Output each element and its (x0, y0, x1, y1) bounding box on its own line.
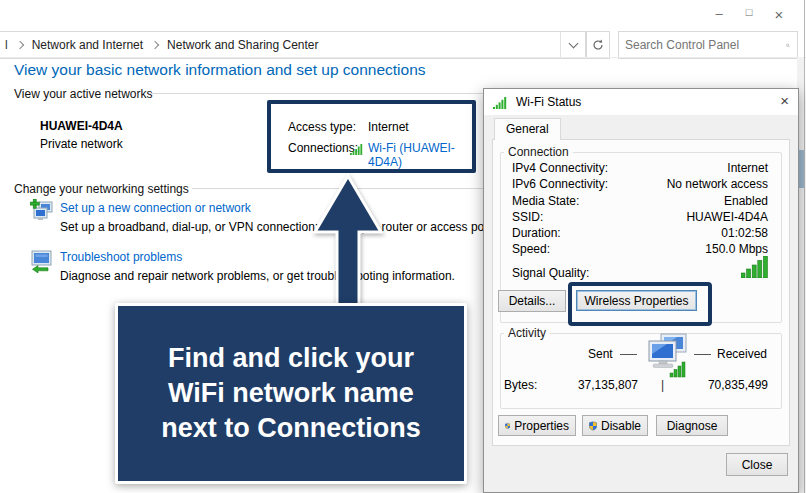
connection-row: SSID: HUAWEI-4D4A (512, 209, 768, 225)
dialog-close-icon[interactable]: × (780, 92, 789, 109)
minimize-icon[interactable]: – (704, 6, 734, 23)
troubleshoot-description: Diagnose and repair network problems, or… (60, 269, 455, 283)
signal-quality-label: Signal Quality: (512, 266, 589, 280)
row-label: Duration: (512, 225, 561, 241)
breadcrumb-item-network-and-internet[interactable]: Network and Internet (32, 38, 143, 52)
annotation-box: Find and click your WiFi network name ne… (115, 303, 467, 484)
row-label: IPv6 Connectivity: (512, 176, 608, 192)
dialog-title: Wi-Fi Status (516, 95, 581, 109)
search-input[interactable] (619, 38, 786, 52)
page-title: View your basic network information and … (14, 61, 426, 79)
chevron-right-icon (15, 41, 23, 49)
connections-label: Connections: (288, 141, 358, 155)
annotation-text-line: Find and click your (168, 341, 414, 376)
chevron-down-icon (568, 39, 578, 49)
sent-label: Sent (588, 347, 613, 361)
received-dash (694, 354, 711, 355)
control-panel-window: – □ × l Network and Internet Network and… (0, 0, 806, 493)
setup-connection-link[interactable]: Set up a new connection or network (60, 201, 251, 215)
bytes-received-value: 70,835,499 (678, 378, 768, 392)
troubleshoot-icon (30, 249, 54, 273)
details-button[interactable]: Details... (498, 290, 566, 312)
connection-rows: IPv4 Connectivity: Internet IPv6 Connect… (512, 160, 768, 258)
bytes-sent-value: 37,135,807 (548, 378, 638, 392)
breadcrumb-item-network-sharing-center[interactable]: Network and Sharing Center (167, 38, 318, 52)
connection-row: IPv6 Connectivity: No network access (512, 176, 768, 192)
refresh-button[interactable] (586, 31, 610, 59)
network-type: Private network (40, 137, 123, 151)
annotation-text-line: WiFi network name (168, 376, 414, 411)
connection-row: Speed: 150.0 Mbps (512, 241, 768, 257)
wifi-connection-link[interactable]: Wi-Fi (HUAWEI-4D4A) (368, 141, 472, 169)
settings-section-label: Change your networking settings (14, 182, 189, 196)
row-value: Enabled (724, 193, 768, 209)
activity-group-label: Activity (504, 326, 550, 340)
access-type-label: Access type: (288, 120, 356, 134)
disable-button-label: Disable (601, 419, 641, 433)
row-label: IPv4 Connectivity: (512, 160, 608, 176)
chevron-right-icon (151, 41, 159, 49)
row-value: Internet (727, 160, 768, 176)
address-dropdown-button[interactable] (560, 32, 585, 58)
wireless-properties-highlight-box (568, 282, 712, 326)
wifi-status-dialog: Wi-Fi Status × General Connection IPv4 C… (483, 88, 799, 493)
diagnose-button[interactable]: Diagnose (656, 415, 728, 436)
access-type-value: Internet (368, 120, 409, 134)
search-icon[interactable] (786, 39, 790, 52)
row-label: Speed: (512, 241, 550, 257)
uac-shield-icon (589, 419, 597, 433)
properties-button-label: Properties (514, 419, 569, 433)
address-bar: l Network and Internet Network and Shari… (0, 31, 586, 59)
bytes-label: Bytes: (504, 378, 537, 392)
wifi-signal-icon (493, 96, 508, 109)
row-value: 01:02:58 (721, 225, 768, 241)
dialog-title-bar: Wi-Fi Status × (484, 89, 798, 115)
close-icon[interactable]: × (764, 6, 794, 23)
computer-network-icon (641, 333, 689, 379)
connection-row: IPv4 Connectivity: Internet (512, 160, 768, 176)
maximize-icon[interactable]: □ (734, 6, 764, 23)
properties-button[interactable]: Properties (498, 415, 576, 436)
wifi-signal-icon (741, 256, 768, 278)
bytes-separator: | (661, 378, 664, 392)
row-label: SSID: (512, 209, 543, 225)
annotation-text-line: next to Connections (161, 411, 421, 446)
wifi-signal-icon (350, 143, 364, 155)
troubleshoot-link[interactable]: Troubleshoot problems (60, 250, 182, 264)
connection-row: Media State: Enabled (512, 193, 768, 209)
dialog-close-button[interactable]: Close (726, 453, 788, 476)
search-box (618, 31, 798, 59)
active-networks-section-label: View your active networks (14, 87, 153, 101)
title-bar: – □ × (0, 0, 806, 28)
row-value: HUAWEI-4D4A (686, 209, 768, 225)
connection-group-label: Connection (504, 145, 573, 159)
disable-button[interactable]: Disable (582, 415, 648, 436)
setup-connection-description: Set up a broadband, dial-up, or VPN conn… (60, 220, 500, 234)
network-name: HUAWEI-4D4A (40, 119, 123, 133)
breadcrumb-fragment: l (5, 38, 8, 52)
row-value: No network access (667, 176, 768, 192)
connections-highlight-box: Access type: Internet Connections: Wi-Fi… (267, 100, 476, 173)
sent-dash (620, 354, 637, 355)
connection-row: Duration: 01:02:58 (512, 225, 768, 241)
uac-shield-icon (505, 419, 510, 433)
row-label: Media State: (512, 193, 579, 209)
refresh-icon (592, 39, 604, 51)
tab-general[interactable]: General (494, 118, 561, 140)
window-right-border (804, 0, 806, 493)
new-connection-icon (30, 199, 54, 223)
received-label: Received (717, 347, 767, 361)
